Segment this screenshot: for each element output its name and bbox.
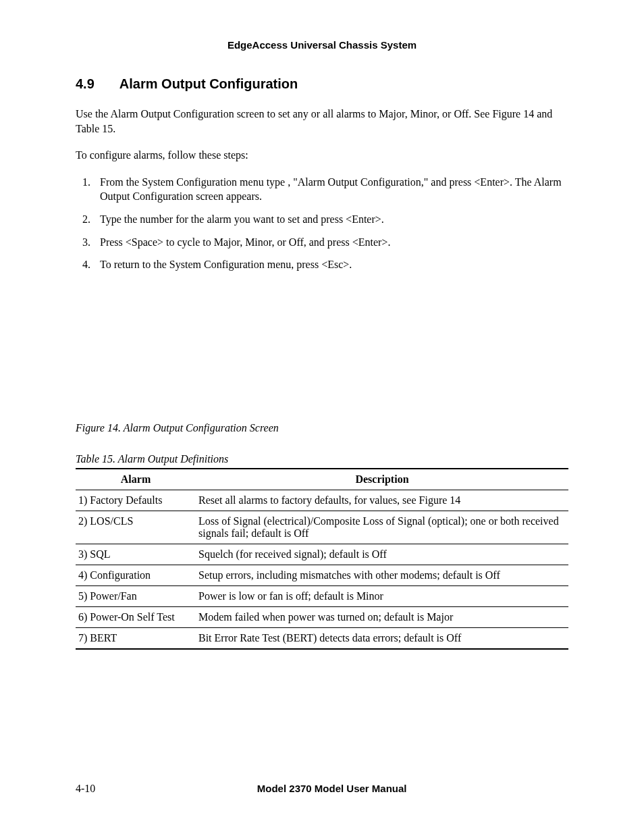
page: EdgeAccess Universal Chassis System 4.9 … (0, 0, 644, 834)
section-heading: 4.9 Alarm Output Configuration (76, 76, 568, 92)
figure-caption: Figure 14. Alarm Output Configuration Sc… (76, 422, 568, 434)
step-item: Type the number for the alarm you want t… (93, 212, 568, 227)
table-header-row: Alarm Description (76, 469, 568, 490)
cell-alarm: 4) Configuration (76, 565, 196, 585)
cell-alarm: 6) Power-On Self Test (76, 606, 196, 627)
running-header: EdgeAccess Universal Chassis System (76, 39, 568, 51)
step-item: From the System Configuration menu type … (93, 175, 568, 204)
cell-description: Loss of Signal (electrical)/Composite Lo… (196, 511, 568, 544)
section-title: Alarm Output Configuration (119, 76, 298, 91)
step-item: Press <Space> to cycle to Major, Minor, … (93, 235, 568, 250)
step-item: To return to the System Configuration me… (93, 257, 568, 272)
section-number: 4.9 (76, 76, 116, 92)
lead-in-paragraph: To configure alarms, follow these steps: (76, 148, 568, 163)
cell-description: Bit Error Rate Test (BERT) detects data … (196, 627, 568, 649)
table-row: 1) Factory Defaults Reset all alarms to … (76, 490, 568, 511)
table-row: 3) SQL Squelch (for received signal); de… (76, 544, 568, 565)
steps-list: From the System Configuration menu type … (76, 175, 568, 272)
cell-alarm: 1) Factory Defaults (76, 490, 196, 511)
cell-alarm: 2) LOS/CLS (76, 511, 196, 544)
cell-description: Reset all alarms to factory defaults, fo… (196, 490, 568, 511)
intro-paragraph: Use the Alarm Output Configuration scree… (76, 107, 568, 136)
table-row: 6) Power-On Self Test Modem failed when … (76, 606, 568, 627)
manual-title: Model 2370 Model User Manual (76, 783, 568, 794)
table-row: 7) BERT Bit Error Rate Test (BERT) detec… (76, 627, 568, 649)
cell-alarm: 7) BERT (76, 627, 196, 649)
page-number: 4-10 (76, 783, 95, 795)
cell-description: Power is low or fan is off; default is M… (196, 585, 568, 606)
table-header-alarm: Alarm (76, 469, 196, 490)
figure-placeholder (76, 280, 568, 422)
cell-alarm: 5) Power/Fan (76, 585, 196, 606)
alarm-definitions-table: Alarm Description 1) Factory Defaults Re… (76, 468, 568, 650)
cell-description: Modem failed when power was turned on; d… (196, 606, 568, 627)
table-caption: Table 15. Alarm Output Definitions (76, 453, 568, 465)
table-row: 4) Configuration Setup errors, including… (76, 565, 568, 585)
cell-alarm: 3) SQL (76, 544, 196, 565)
cell-description: Squelch (for received signal); default i… (196, 544, 568, 565)
table-header-description: Description (196, 469, 568, 490)
page-footer: 4-10 Model 2370 Model User Manual (76, 783, 568, 795)
cell-description: Setup errors, including mismatches with … (196, 565, 568, 585)
table-row: 2) LOS/CLS Loss of Signal (electrical)/C… (76, 511, 568, 544)
table-row: 5) Power/Fan Power is low or fan is off;… (76, 585, 568, 606)
